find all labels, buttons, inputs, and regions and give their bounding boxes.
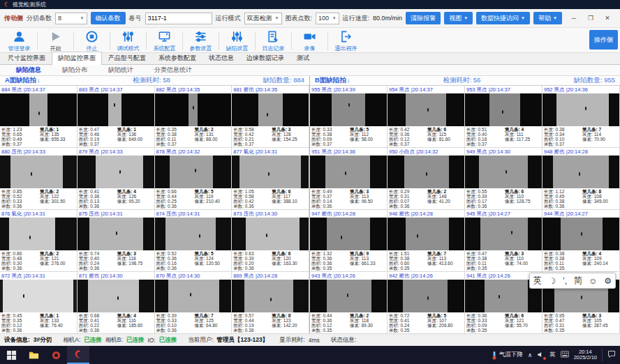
main-tab-4[interactable]: 系统参数配置 — [152, 52, 202, 64]
defect-cell[interactable]: 874 压伤 |20:14:31长度: 0.52宽度: 0.36面积: 0.16… — [155, 210, 232, 272]
defect-thumbnail[interactable] — [465, 218, 542, 250]
defect-thumbnail[interactable] — [388, 93, 464, 126]
app-icon-vision-system[interactable] — [67, 346, 89, 364]
defect-thumbnail[interactable] — [155, 280, 232, 312]
defect-thumbnail[interactable] — [232, 156, 309, 188]
defect-cell[interactable]: 876 氧化 |20:14:31长度: 0.86宽度: 0.48面积: 0.30… — [0, 210, 78, 272]
defect-cell[interactable]: 878 黑点 |20:14:32长度: 0.66宽度: 0.44面积: 0.25… — [155, 148, 232, 210]
defect-thumbnail[interactable] — [0, 280, 77, 312]
main-tab-5[interactable]: 状态信息 — [202, 52, 240, 64]
defect-cell[interactable]: 947 擦伤 |20:14:28长度: 1.32宽度: 0.36面积: 0.36… — [310, 210, 388, 272]
defect-thumbnail[interactable] — [232, 93, 309, 126]
taskbar-clock[interactable]: 20:14 2025/2/10 — [574, 349, 597, 361]
toolbar-button-tune[interactable]: 调试模式 — [110, 29, 146, 52]
toolbar-button-log[interactable]: 日志记录 — [256, 29, 291, 52]
ime-simplified-mode[interactable]: 简 — [574, 275, 582, 287]
defect-thumbnail[interactable] — [232, 218, 309, 250]
defect-cell[interactable]: 946 擦伤 |20:14:28长度: 1.51宽度: 0.38面积: 0.60… — [388, 210, 465, 272]
run-mode-select[interactable]: 双面检测 ▼ — [244, 13, 282, 24]
defect-thumbnail[interactable] — [310, 156, 387, 188]
hidden-icons-chevron[interactable]: ∧ — [528, 351, 532, 358]
defect-cell[interactable]: 955 黑点 |20:14:39长度: 0.33宽度: 0.38面积: 0.09… — [310, 86, 388, 148]
defect-cell[interactable]: 881 擦伤 |20:14:35长度: 0.58宽度: 0.42面积: 0.21… — [232, 86, 309, 148]
defect-cell[interactable]: 883 黑点 |20:14:37长度: 0.47宽度: 0.46面积: 0.19… — [78, 86, 155, 148]
ime-language-indicator[interactable]: 英 — [549, 351, 556, 359]
confirm-count-button[interactable]: 确认条数 — [91, 12, 126, 24]
defect-thumbnail[interactable] — [542, 156, 619, 188]
defect-thumbnail[interactable] — [155, 156, 232, 188]
defect-thumbnail[interactable] — [542, 218, 619, 250]
ime-settings-gear-icon[interactable]: ⚙ — [604, 276, 612, 286]
defect-thumbnail[interactable] — [465, 93, 542, 126]
ime-emoji-icon[interactable]: ☺ — [589, 276, 597, 286]
defect-cell[interactable]: 953 黑点 |20:14:37长度: 0.51宽度: 0.40面积: 0.16… — [465, 86, 542, 148]
maximize-button[interactable]: ❐ — [582, 15, 599, 22]
defect-cell[interactable]: 942 擦伤 |20:14:26长度: 0.72宽度: 0.41面积: 0.24… — [388, 272, 465, 334]
sub-tab-2[interactable]: 缺陷分布 — [52, 66, 98, 75]
defect-thumbnail[interactable] — [388, 218, 464, 250]
minimize-button[interactable]: ─ — [566, 15, 582, 22]
defect-thumbnail[interactable] — [310, 280, 387, 312]
defect-cell[interactable]: 871 擦伤 |20:14:30长度: 0.68宽度: 0.41面积: 0.22… — [78, 272, 155, 334]
defect-cell[interactable]: 954 黑点 |20:14:37长度: 0.42宽度: 0.36面积: 0.12… — [388, 86, 465, 148]
main-tab-2[interactable]: 缺陷监控界面 — [52, 52, 102, 65]
toolbar-button-monitor[interactable]: 系统配置 — [147, 29, 182, 52]
defect-thumbnail[interactable] — [232, 280, 309, 312]
defect-thumbnail[interactable] — [310, 93, 387, 126]
sub-tab-3[interactable]: 缺陷统计 — [98, 66, 144, 75]
ime-english-mode[interactable]: 英 — [533, 275, 542, 287]
ime-punctuation-mode[interactable]: ’, — [563, 276, 567, 286]
defect-thumbnail[interactable] — [78, 280, 154, 312]
main-tab-1[interactable]: 尺寸监控界面 — [1, 52, 52, 64]
defect-cell[interactable]: 877 氧化 |20:14:31长度: 1.05宽度: 0.58面积: 0.42… — [232, 148, 309, 210]
sort-down-icon[interactable]: ↓ — [347, 77, 350, 84]
defect-thumbnail[interactable] — [0, 156, 77, 188]
defect-cell[interactable]: 873 压伤 |20:14:30长度: 0.63宽度: 0.39面积: 0.20… — [232, 210, 309, 272]
operator-side-button[interactable]: 操作侧 — [589, 30, 618, 50]
defect-thumbnail[interactable] — [78, 156, 154, 188]
toolbar-button-user[interactable]: 管理登录 — [1, 29, 37, 52]
help-menu-button[interactable]: 帮助 ▼ — [533, 12, 562, 24]
defect-cell[interactable]: 950 小白点 |20:14:32长度: 0.29宽度: 0.31面积: 0.0… — [388, 148, 465, 210]
weather-widget[interactable]: 气温下降 — [492, 351, 523, 360]
view-menu-button[interactable]: 视图 ▼ — [444, 12, 473, 24]
defect-cell[interactable]: 869 黑点 |20:14:28长度: 0.57宽度: 0.44面积: 0.19… — [232, 272, 309, 334]
defect-thumbnail[interactable] — [155, 93, 232, 126]
defect-cell[interactable]: 943 黑点 |20:14:26长度: 0.44宽度: 0.36面积: 0.12… — [310, 272, 388, 334]
toolbar-button-sliders_h[interactable]: 参数设置 — [183, 29, 219, 52]
defect-thumbnail[interactable] — [78, 93, 154, 126]
toolbar-button-stop[interactable]: 停止 — [74, 29, 110, 52]
defect-cell[interactable]: 945 黑点 |20:14:27长度: 0.47宽度: 0.38面积: 0.11… — [465, 210, 542, 272]
slit-count-select[interactable]: 8 ▼ — [55, 13, 87, 24]
file-explorer-icon[interactable] — [22, 346, 45, 364]
touch-keyboard-icon[interactable] — [561, 351, 569, 359]
defect-thumbnail[interactable] — [0, 218, 77, 250]
chart-points-select[interactable]: 100 ▼ — [316, 13, 339, 24]
volume-icon[interactable] — [537, 351, 545, 360]
sort-down-icon[interactable]: ↓ — [37, 77, 40, 84]
data-access-menu-button[interactable]: 数据快捷访问 ▼ — [476, 12, 530, 24]
start-button[interactable] — [0, 346, 22, 364]
defect-thumbnail[interactable] — [388, 280, 464, 312]
main-tab-6[interactable]: 边缘数据记录 — [240, 52, 290, 64]
clear-alarm-button[interactable]: 清除报警 — [406, 12, 441, 24]
defect-thumbnail[interactable] — [78, 218, 154, 250]
main-tab-7[interactable]: 测试 — [290, 52, 316, 64]
ime-toolbar[interactable]: 英☽’,简☺⚙ — [529, 273, 616, 289]
defect-cell[interactable]: 872 黑点 |20:14:31长度: 0.45宽度: 0.35面积: 0.12… — [0, 272, 78, 334]
toolbar-button-exit[interactable]: 退出程序 — [328, 29, 364, 52]
defect-cell[interactable]: 944 黑点 |20:14:27长度: 0.38宽度: 0.38面积: 0.11… — [542, 210, 620, 272]
notification-center-icon[interactable] — [607, 350, 616, 360]
toolbar-button-play[interactable]: 开始 — [38, 29, 73, 52]
defect-cell[interactable]: 882 黑点 |20:14:35长度: 0.35宽度: 0.38面积: 0.11… — [155, 86, 232, 148]
defect-thumbnail[interactable] — [310, 218, 387, 250]
defect-cell[interactable]: 949 黑点 |20:14:30长度: 0.55宽度: 0.39面积: 0.17… — [465, 148, 542, 210]
toolbar-button-sliders_v[interactable]: 缺陷设置 — [219, 29, 255, 52]
defect-cell[interactable]: 884 黑点 |20:14:37长度: 1.23宽度: 0.65面积: 0.49… — [0, 86, 78, 148]
defect-cell[interactable]: 879 黑点 |20:14:33长度: 0.41宽度: 0.38面积: 0.13… — [78, 148, 155, 210]
defect-thumbnail[interactable] — [465, 156, 542, 188]
defect-thumbnail[interactable] — [388, 156, 464, 188]
app-icon-secondary[interactable] — [45, 346, 67, 364]
defect-cell[interactable]: 880 压伤 |20:14:33长度: 0.85宽度: 0.52面积: 0.33… — [0, 148, 78, 210]
toolbar-button-camera[interactable]: 录像 — [292, 29, 327, 52]
